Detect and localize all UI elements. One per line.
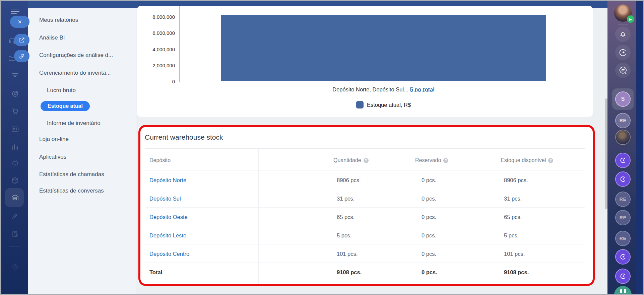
rail-divider: [618, 24, 628, 24]
qty-cell: 31 pcs.: [337, 196, 355, 202]
reserved-cell: 0 pcs.: [422, 177, 436, 183]
menu-item-analise-bi[interactable]: Análise BI: [39, 34, 65, 41]
x-caption-text: Depósito Norte, Depósito Sul...: [332, 86, 410, 92]
help-icon[interactable]: ?: [364, 158, 369, 163]
warehouse-link[interactable]: Depósito Leste: [149, 232, 186, 239]
copilot-icon: [619, 272, 627, 281]
y-tick: 2,000,000: [135, 63, 175, 68]
warehouse-stock-card: [138, 126, 593, 285]
y-tick: 4,000,000: [135, 47, 175, 52]
warehouse-link[interactable]: Depósito Norte: [149, 177, 186, 183]
warehouse-link[interactable]: Depósito Sul: [149, 196, 181, 202]
total-available: 9108 pcs.: [504, 269, 529, 276]
external-link-icon: [18, 37, 25, 44]
y-tick: 8,000,000: [135, 14, 175, 20]
legend-swatch: [356, 101, 364, 108]
bar-chart-icon[interactable]: [11, 143, 19, 151]
total-categories-link[interactable]: 5 no total: [410, 86, 434, 92]
qty-cell: 101 pcs.: [337, 251, 358, 257]
total-label: Total: [149, 269, 162, 276]
total-qty: 9108 pcs.: [337, 269, 362, 276]
copilot-chat-button[interactable]: [615, 153, 631, 168]
chat-transfer-button[interactable]: [615, 63, 631, 78]
chat-badge-re[interactable]: RE: [615, 192, 631, 207]
help-icon[interactable]: ?: [443, 158, 448, 163]
menu-item-configuracoes-analise[interactable]: Configurações de análise d...: [39, 52, 113, 59]
column-header-quantidade[interactable]: Quantidade?: [333, 157, 369, 163]
id-card-icon[interactable]: [11, 125, 19, 133]
header-divider: [145, 170, 585, 170]
copilot-icon: [619, 175, 627, 183]
chart-legend[interactable]: Estoque atual, R$: [221, 101, 546, 108]
copilot-icon: [619, 252, 627, 261]
reserved-cell: 0 pcs.: [422, 196, 436, 202]
menu-item-aplicativos[interactable]: Aplicativos: [39, 154, 66, 160]
chart-x-category-label: Depósito Norte, Depósito Sul... 5 no tot…: [221, 86, 546, 93]
cart-icon[interactable]: [11, 107, 19, 115]
menu-item-gerenciamento-inventario[interactable]: Gerenciamento do inventá...: [39, 70, 111, 76]
open-external-button[interactable]: [14, 34, 29, 46]
chat-arrows-icon: [618, 66, 628, 75]
warehouse-link[interactable]: Depósito Oeste: [149, 214, 188, 220]
row-divider: [145, 263, 585, 263]
robot-icon[interactable]: [11, 159, 19, 167]
available-cell: 31 pcs.: [504, 196, 522, 202]
document-edit-icon[interactable]: [11, 230, 19, 238]
gear-icon[interactable]: [11, 263, 19, 271]
reserved-cell: 0 pcs.: [422, 232, 436, 239]
warehouse-link[interactable]: Depósito Centro: [149, 251, 189, 257]
header-label: Quantidade: [333, 157, 361, 163]
column-header-estoque-disponivel[interactable]: Estoque disponível?: [501, 157, 553, 163]
copilot-chat-button[interactable]: [615, 269, 631, 284]
y-tick: 0: [135, 79, 175, 84]
header-label: Reservado: [415, 157, 441, 163]
header-label: Depósito: [149, 157, 171, 163]
menu-item-estatisticas-conversas[interactable]: Estatísticas de conversas: [39, 188, 104, 194]
box-icon[interactable]: [11, 176, 19, 185]
vertical-scrollbar[interactable]: [605, 98, 607, 209]
row-divider: [145, 244, 585, 244]
menu-item-estoque-atual-active[interactable]: Estoque atual: [41, 101, 90, 111]
copilot-chat-button[interactable]: [615, 171, 631, 187]
play-badge-icon[interactable]: ▶: [627, 15, 634, 23]
header-label: Estoque disponível: [501, 157, 546, 163]
menu-item-informe-inventario[interactable]: Informe de inventário: [47, 120, 101, 127]
chat-badge-re[interactable]: RE: [615, 231, 631, 246]
chat-badge-re[interactable]: RE: [615, 113, 631, 128]
chart-bar[interactable]: [221, 15, 546, 81]
filter-icon[interactable]: [11, 71, 19, 79]
copilot-panel-button[interactable]: [615, 45, 631, 60]
column-separator: [258, 149, 259, 284]
table-title: Current warehouse stock: [145, 133, 223, 141]
total-reserved: 0 pcs.: [422, 269, 437, 276]
column-header-deposito[interactable]: Depósito: [149, 157, 171, 163]
hamburger-menu-icon[interactable]: [11, 9, 19, 16]
app-window: ×: [0, 0, 644, 295]
sidebar-divider: [9, 246, 20, 246]
reports-menu-panel: Meus relatórios Análise BI Configurações…: [28, 8, 136, 295]
copilot-ring-icon: [618, 48, 628, 57]
contact-avatar[interactable]: [615, 130, 631, 145]
reserved-cell: 0 pcs.: [422, 251, 436, 257]
menu-item-estatisticas-chamadas[interactable]: Estatísticas de chamadas: [39, 171, 104, 178]
row-divider: [145, 207, 585, 208]
qty-cell: 8906 pcs.: [337, 177, 361, 183]
chat-badge-s[interactable]: S: [615, 91, 631, 107]
help-icon[interactable]: ?: [548, 158, 553, 163]
close-panel-button[interactable]: ×: [10, 16, 29, 28]
chat-badge-re[interactable]: RE: [615, 210, 631, 225]
copilot-chat-button[interactable]: [615, 249, 631, 265]
reserved-cell: 0 pcs.: [422, 214, 436, 220]
menu-item-loja-online[interactable]: Loja on-line: [39, 136, 69, 143]
menu-item-lucro-bruto[interactable]: Lucro bruto: [47, 87, 76, 94]
notifications-button[interactable]: [615, 26, 631, 42]
bell-icon: [619, 30, 627, 39]
available-cell: 65 pcs.: [504, 214, 522, 220]
row-divider: [145, 226, 585, 226]
pencil-icon[interactable]: [11, 212, 19, 220]
copy-link-button[interactable]: [14, 50, 29, 62]
menu-item-meus-relatorios[interactable]: Meus relatórios: [39, 17, 78, 23]
chart-y-axis: [179, 6, 180, 82]
target-icon[interactable]: [11, 90, 19, 98]
column-header-reservado[interactable]: Reservado?: [415, 157, 448, 163]
